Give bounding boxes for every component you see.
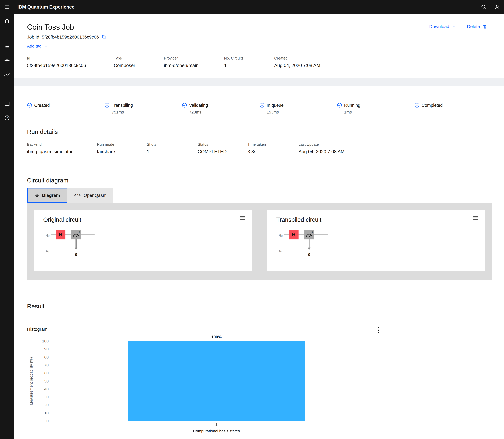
left-sidebar: ? [0, 14, 14, 439]
sidebar-item-help[interactable]: ? [0, 111, 14, 125]
sidebar-item-docs[interactable] [0, 97, 14, 111]
pulse-icon [4, 72, 10, 78]
measure-target-label: 0 [75, 252, 77, 257]
timeline-step-completed: Completed [414, 103, 492, 115]
check-circle-icon [414, 103, 419, 108]
field-value: ibm-q/open/main [164, 63, 224, 68]
circuit-drawing: q0 H z c1 0 [39, 227, 103, 265]
measure-basis-label: z [312, 230, 313, 233]
transpiled-circuit-title: Transpiled circuit [276, 216, 322, 223]
field-label: Provider [164, 56, 224, 61]
app-title: IBM Quantum Experience [17, 4, 75, 10]
svg-text:c1: c1 [279, 248, 283, 254]
main-content: Coin Toss Job Job Id: 5f28fb4b159e260013… [14, 14, 504, 439]
job-header: Coin Toss Job Job Id: 5f28fb4b159e260013… [14, 14, 504, 78]
svg-text:?: ? [6, 116, 8, 119]
menu-button[interactable] [0, 0, 14, 14]
step-label: Completed [422, 103, 443, 108]
field-value: Aug 04, 2020 7:08 AM [274, 63, 487, 68]
job-meta-fields: Id 5f28fb4b159e2600136c9c06 Type Compose… [27, 56, 487, 68]
timeline-step-in-queue: In queue 153ms [259, 103, 337, 115]
svg-text:q0: q0 [46, 232, 50, 237]
sidebar-item-composer[interactable] [0, 53, 14, 68]
delete-button[interactable]: Delete [467, 24, 487, 29]
chart-options-button[interactable] [377, 326, 380, 334]
run-details-title: Run details [27, 128, 492, 135]
top-header: IBM Quantum Experience [0, 0, 504, 14]
add-tag-button[interactable]: Add tag [27, 44, 487, 49]
field-label: Last Update [298, 142, 492, 147]
y-axis-ticks: 0102030405060708090100 [35, 341, 53, 421]
search-button[interactable] [477, 0, 491, 14]
step-time: 751ms [112, 110, 182, 115]
field-value: 5f28fb4b159e2600136c9c06 [27, 63, 114, 68]
y-tick-label: 80 [44, 355, 49, 359]
circuit-diagram-title: Circuit diagram [27, 177, 492, 184]
y-tick-label: 100 [42, 339, 49, 343]
x-tick-label: 1 [215, 422, 218, 427]
timeline-step-validating: Validating 723ms [182, 103, 259, 115]
result-title: Result [27, 303, 492, 310]
help-icon: ? [4, 115, 10, 121]
histogram-plot: 100% [53, 341, 380, 421]
y-tick-label: 0 [47, 419, 49, 423]
step-label: Running [344, 103, 360, 108]
sidebar-item-pulse[interactable] [0, 68, 14, 82]
tab-openqasm[interactable]: </> OpenQasm [67, 188, 113, 203]
circuit-icon [34, 193, 39, 198]
user-icon [494, 4, 500, 10]
histogram-label: Histogram [27, 327, 48, 332]
h-gate-label: H [292, 232, 295, 237]
step-label: In queue [267, 103, 284, 108]
run-details-fields: Backend ibmq_qasm_simulator Run mode fai… [27, 142, 492, 154]
field-value: 3.3s [247, 149, 298, 154]
bar-value-label: 100% [211, 335, 221, 340]
check-circle-icon [259, 103, 265, 108]
app-root: IBM Quantum Experience [0, 0, 504, 439]
circuit-menu-button[interactable] [473, 216, 478, 220]
y-axis-title: Measurement probability (%) [27, 341, 35, 421]
plus-icon [44, 44, 48, 48]
field-value: fairshare [97, 149, 147, 154]
field-value: Aug 04, 2020 7:08 AM [298, 149, 492, 154]
job-id: Job Id: 5f28fb4b159e2600136c9c06 [27, 35, 99, 40]
field-value: Composer [114, 63, 164, 68]
measure-arrow [75, 247, 78, 250]
y-tick-label: 30 [44, 395, 49, 399]
header-actions [477, 0, 504, 14]
y-tick-label: 20 [44, 403, 49, 407]
status-timeline: Created Transpiling 751ms Validating [27, 99, 492, 115]
docs-icon [4, 101, 10, 107]
timeline-step-created: Created [27, 103, 104, 115]
circuit-view-tabs: Diagram </> OpenQasm [27, 188, 492, 203]
sidebar-item-jobs[interactable] [0, 39, 14, 53]
measure-arrow [308, 247, 310, 250]
job-detail-card: Created Transpiling 751ms Validating [14, 86, 504, 439]
tab-diagram[interactable]: Diagram [27, 188, 67, 203]
copy-job-id-button[interactable] [102, 35, 106, 39]
download-button[interactable]: Download [429, 24, 456, 29]
y-tick-label: 40 [44, 387, 49, 391]
circuit-panels: Original circuit q0 H z [27, 203, 492, 280]
menu-lines-icon [473, 216, 478, 220]
histogram-bar[interactable] [128, 341, 305, 421]
transpiled-circuit-card: Transpiled circuit q0 H z [267, 210, 485, 271]
search-icon [481, 4, 487, 10]
delete-label: Delete [467, 24, 480, 29]
step-time: 1ms [344, 110, 414, 115]
circuit-menu-button[interactable] [240, 216, 246, 220]
x-axis-title: Computational basis states [53, 429, 380, 433]
field-label: Backend [27, 142, 97, 147]
menu-lines-icon [240, 216, 246, 220]
kebab-icon [378, 327, 379, 334]
svg-text:q0: q0 [279, 232, 283, 237]
field-label: Run mode [97, 142, 147, 147]
sidebar-item-home[interactable] [0, 14, 14, 28]
original-circuit-title: Original circuit [43, 216, 81, 223]
download-icon [452, 24, 456, 29]
check-circle-icon [27, 103, 32, 108]
account-button[interactable] [491, 0, 504, 14]
copy-icon [102, 35, 106, 39]
step-label: Created [34, 103, 50, 108]
x-axis-ticks: 1 [53, 422, 380, 428]
